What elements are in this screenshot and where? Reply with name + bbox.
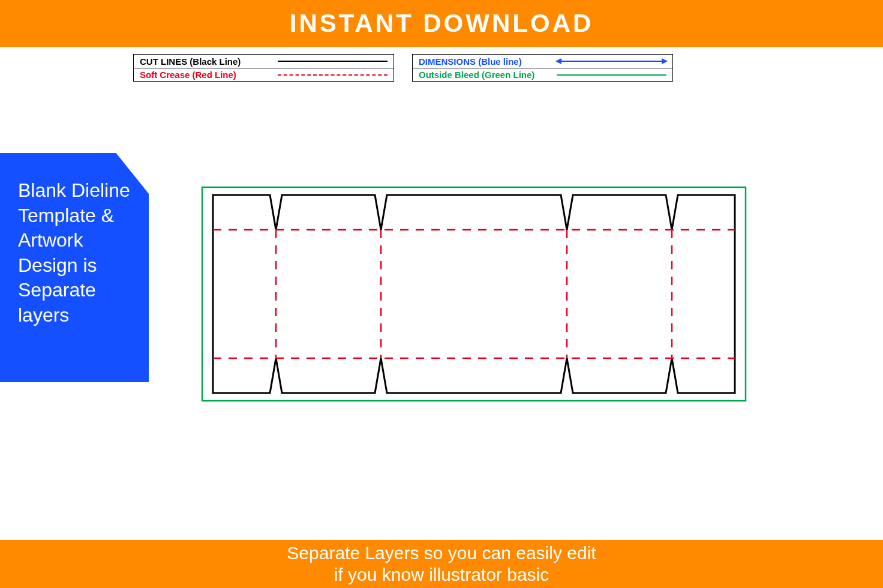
legend-label-cut: CUT LINES (Black Line) <box>140 56 278 67</box>
legend-label-bleed: Outside Bleed (Green Line) <box>419 70 557 80</box>
legend-row-bleed: Outside Bleed (Green Line) <box>413 68 672 81</box>
side-panel-text: Blank Dieline Template & Artwork Design … <box>18 179 130 326</box>
legend-label-dimensions: DIMENSIONS (Blue line) <box>419 56 557 67</box>
svg-rect-0 <box>202 187 746 401</box>
bottom-banner: Separate Layers so you can easily edit i… <box>0 540 883 588</box>
bleed-line-sample-icon <box>557 74 666 76</box>
legend-label-crease: Soft Crease (Red Line) <box>140 70 278 80</box>
legend: CUT LINES (Black Line) Soft Crease (Red … <box>133 54 673 82</box>
crease-line-sample-icon <box>278 74 388 76</box>
dieline-diagram <box>201 186 747 402</box>
side-panel: Blank Dieline Template & Artwork Design … <box>0 153 149 382</box>
bottom-banner-line1: Separate Layers so you can easily edit <box>287 542 596 564</box>
bottom-banner-line2: if you know illustrator basic <box>334 564 549 586</box>
legend-row-cut: CUT LINES (Black Line) <box>134 55 394 68</box>
legend-box-right: DIMENSIONS (Blue line) Outside Bleed (Gr… <box>412 54 673 82</box>
legend-row-crease: Soft Crease (Red Line) <box>134 68 394 81</box>
top-banner: INSTANT DOWNLOAD <box>0 0 883 47</box>
legend-row-dimensions: DIMENSIONS (Blue line) <box>413 55 672 68</box>
cut-line-sample-icon <box>278 61 388 62</box>
legend-box-left: CUT LINES (Black Line) Soft Crease (Red … <box>133 54 394 82</box>
dimension-arrow-sample-icon <box>557 61 666 62</box>
top-banner-text: INSTANT DOWNLOAD <box>290 9 594 38</box>
